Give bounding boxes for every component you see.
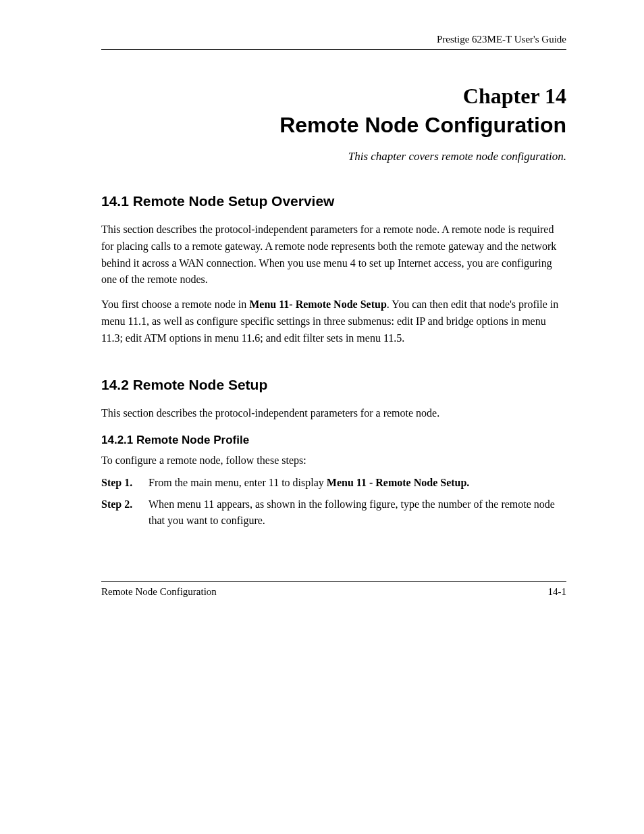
footer-left: Remote Node Configuration bbox=[101, 586, 217, 598]
step-text: When menu 11 appears, as shown in the fo… bbox=[149, 498, 555, 526]
footer-right: 14-1 bbox=[548, 586, 567, 598]
step-row: Step 2. When menu 11 appears, as shown i… bbox=[101, 496, 566, 529]
step-label: Step 1. bbox=[101, 475, 149, 491]
chapter-heading-block: Chapter 14 Remote Node Configuration bbox=[101, 84, 566, 138]
section-14-2-1-intro: To configure a remote node, follow these… bbox=[101, 452, 566, 469]
para-bold: Menu 11- Remote Node Setup bbox=[249, 298, 387, 310]
step-body: When menu 11 appears, as shown in the fo… bbox=[149, 496, 566, 529]
guide-title: Prestige 623ME-T User's Guide bbox=[437, 34, 566, 45]
step-row: Step 1. From the main menu, enter 11 to … bbox=[101, 475, 566, 491]
section-14-1-para-1: This section describes the protocol-inde… bbox=[101, 221, 566, 288]
chapter-title: Remote Node Configuration bbox=[101, 113, 566, 138]
para-text: You first choose a remote node in bbox=[101, 298, 249, 310]
step-text: From the main menu, enter 11 to display bbox=[149, 477, 327, 488]
step-label: Step 2. bbox=[101, 496, 149, 513]
section-14-2-heading: 14.2 Remote Node Setup bbox=[101, 377, 566, 393]
section-14-1-heading: 14.1 Remote Node Setup Overview bbox=[101, 193, 566, 209]
step-bold: Menu 11 - Remote Node Setup. bbox=[327, 477, 470, 488]
document-page: Prestige 623ME-T User's Guide Chapter 14… bbox=[0, 0, 644, 834]
chapter-subtitle: This chapter covers remote node configur… bbox=[101, 150, 566, 163]
steps-list: Step 1. From the main menu, enter 11 to … bbox=[101, 475, 566, 529]
chapter-number: Chapter 14 bbox=[101, 84, 566, 109]
section-14-2-para-1: This section describes the protocol-inde… bbox=[101, 405, 566, 422]
page-footer: Remote Node Configuration 14-1 bbox=[101, 581, 566, 598]
section-14-2-1-heading: 14.2.1 Remote Node Profile bbox=[101, 434, 566, 447]
step-body: From the main menu, enter 11 to display … bbox=[149, 475, 566, 491]
section-14-1-para-2: You first choose a remote node in Menu 1… bbox=[101, 296, 566, 346]
page-header: Prestige 623ME-T User's Guide bbox=[101, 34, 566, 50]
